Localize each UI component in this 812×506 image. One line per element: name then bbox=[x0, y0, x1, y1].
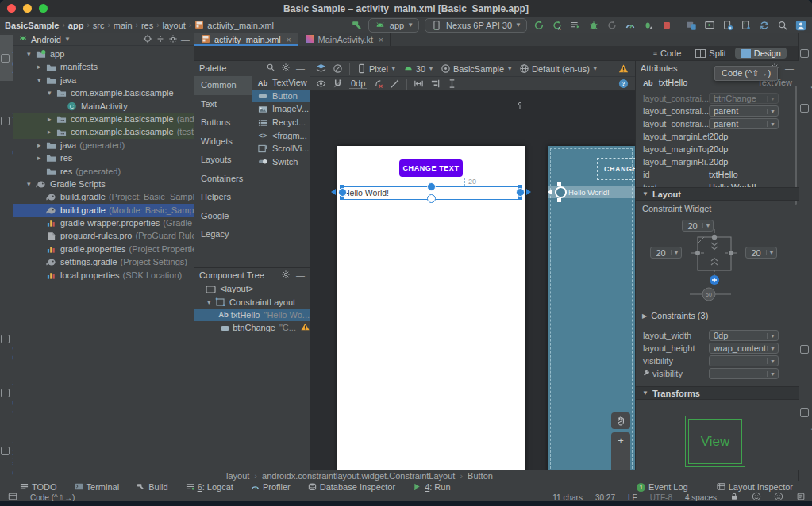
gear-icon[interactable] bbox=[281, 63, 291, 74]
status-item-11-chars[interactable]: 11 chars bbox=[552, 493, 583, 502]
palette-item-imagev[interactable]: ImageV... bbox=[252, 102, 310, 116]
profile-app-button[interactable] bbox=[606, 19, 618, 32]
attach-debugger-button[interactable] bbox=[642, 19, 655, 32]
project-tree-item-gradle-properties-project-properties[interactable]: gradle.properties(Project Properties) bbox=[13, 243, 194, 255]
status-panel-icon[interactable] bbox=[8, 492, 17, 501]
tool-window-button-6-logcat[interactable]: 6: Logcat bbox=[186, 482, 233, 493]
zoom-in-button[interactable]: + bbox=[618, 435, 624, 446]
avd-manager-button[interactable] bbox=[722, 19, 734, 32]
project-view-selector[interactable]: Android bbox=[31, 35, 61, 44]
collapse-arrow-icon[interactable]: ▾ bbox=[48, 86, 56, 99]
editor-breadcrumb-item-button[interactable]: Button bbox=[468, 471, 493, 481]
profiler-button[interactable] bbox=[624, 19, 637, 32]
warning-icon[interactable] bbox=[618, 63, 629, 74]
status-item-4-spaces[interactable]: 4 spaces bbox=[685, 493, 717, 502]
align-icon[interactable] bbox=[430, 79, 441, 89]
gradle-sync-button[interactable] bbox=[758, 19, 771, 32]
project-tree-item-proguard-rules-pro-proguard-rules-for-basic[interactable]: proguard-rules.pro(ProGuard Rules for Ba… bbox=[13, 229, 194, 242]
project-tree-item-com-example-basicsample-test[interactable]: ▸com.example.basicsample(test) bbox=[13, 125, 194, 138]
locale-dropdown[interactable]: Default (en-us)▼ bbox=[519, 63, 598, 74]
run-config-selector[interactable]: app ▼ bbox=[368, 18, 419, 33]
guideline-icon[interactable] bbox=[447, 79, 457, 89]
constraints-group[interactable]: ▶Constraints (3) bbox=[636, 311, 799, 320]
status-item-utf-8[interactable]: UTF-8 bbox=[650, 493, 672, 502]
change-text-button-preview[interactable]: CHANGE TEXT bbox=[399, 159, 463, 177]
lock-icon[interactable] bbox=[729, 492, 739, 501]
tool-window-button-build[interactable]: Build bbox=[137, 482, 167, 493]
project-tree-item-gradle-scripts[interactable]: ▾Gradle Scripts bbox=[13, 178, 194, 190]
expand-arrow-icon[interactable]: ▸ bbox=[37, 139, 46, 151]
constraint-anchor-left[interactable] bbox=[338, 188, 347, 197]
api-dropdown[interactable]: 30▼ bbox=[403, 63, 434, 74]
theme-dropdown[interactable]: BasicSample▼ bbox=[441, 63, 513, 74]
device-dropdown[interactable]: Pixel▼ bbox=[356, 63, 397, 74]
tab-activity-main-xml[interactable]: activity_main.xml × bbox=[194, 33, 298, 46]
device-selector[interactable]: Nexus 6P API 30 ▼ bbox=[425, 18, 527, 33]
pack-icon[interactable] bbox=[414, 79, 424, 89]
project-tree-item-mainactivity[interactable]: CMainActivity bbox=[13, 100, 194, 113]
hide-panel-button[interactable]: — bbox=[785, 63, 794, 73]
palette-item-textview[interactable]: AbTextView bbox=[252, 76, 310, 90]
palette-category-text[interactable]: Text bbox=[194, 95, 252, 114]
run-button[interactable] bbox=[533, 19, 545, 32]
collapse-arrow-icon[interactable]: ▾ bbox=[207, 298, 215, 306]
orientation-icon[interactable] bbox=[333, 63, 343, 74]
profile-avatar[interactable] bbox=[795, 19, 807, 32]
build-hammer-icon[interactable] bbox=[350, 19, 363, 32]
breadcrumb-item-basicsample[interactable]: BasicSample bbox=[5, 21, 59, 30]
highlighting-level-icon[interactable] bbox=[752, 492, 761, 501]
breadcrumb-item-src[interactable]: src bbox=[93, 21, 105, 30]
margin-left-dropdown[interactable]: 20▼ bbox=[650, 247, 682, 259]
hide-panel-button[interactable]: — bbox=[181, 35, 190, 44]
attribute-value[interactable]: 20dp bbox=[709, 132, 728, 141]
project-tree-item-com-example-basicsample[interactable]: ▾com.example.basicsample bbox=[13, 86, 194, 99]
status-item-30-27[interactable]: 30:27 bbox=[595, 493, 615, 502]
close-tab-icon[interactable]: × bbox=[379, 36, 383, 44]
palette-item-switch[interactable]: Switch bbox=[252, 155, 310, 169]
locate-file-button[interactable] bbox=[143, 34, 152, 45]
constraint-anchor-right[interactable] bbox=[516, 188, 525, 197]
tool-window-button-4-run[interactable]: 4: Run bbox=[413, 482, 450, 493]
chevron-down-icon[interactable]: ▼ bbox=[64, 36, 71, 43]
editor-breadcrumb-item-layout[interactable]: layout bbox=[226, 471, 249, 481]
tool-stripe-device-file-explorer[interactable]: Device File Explorer bbox=[799, 371, 812, 454]
project-tree-item-res[interactable]: ▸res bbox=[13, 151, 194, 164]
textview-preview[interactable]: Hello World! bbox=[344, 188, 389, 197]
expand-arrow-icon[interactable]: ▸ bbox=[48, 113, 56, 125]
expand-arrow-icon[interactable]: ▸ bbox=[37, 151, 46, 164]
component-tree-item-constraintlayout[interactable]: ▾ConstraintLayout bbox=[194, 295, 310, 308]
palette-item-scrollvi[interactable]: ScrollVi... bbox=[252, 142, 310, 155]
mode-code-button[interactable]: ≡Code bbox=[648, 48, 687, 59]
palette-category-helpers[interactable]: Helpers bbox=[194, 188, 252, 207]
breadcrumb-item-app[interactable]: app bbox=[68, 21, 84, 30]
palette-category-buttons[interactable]: Buttons bbox=[194, 113, 252, 132]
expand-arrow-icon[interactable]: ▸ bbox=[48, 125, 56, 138]
project-tree-item-res-generated[interactable]: res(generated) bbox=[13, 165, 194, 178]
collapse-arrow-icon[interactable]: ▾ bbox=[27, 48, 36, 60]
attribute-value[interactable]: 20dp bbox=[709, 144, 728, 154]
palette-item-fragm[interactable]: <><fragm... bbox=[252, 128, 310, 142]
project-tree-item-app[interactable]: ▾app bbox=[13, 48, 194, 60]
view-options-eye-icon[interactable] bbox=[316, 79, 326, 89]
device-manager-button[interactable] bbox=[685, 19, 698, 32]
apply-code-changes-button[interactable] bbox=[569, 19, 582, 32]
palette-item-button[interactable]: Button bbox=[252, 90, 310, 103]
autoconnect-magnet-icon[interactable] bbox=[333, 79, 343, 89]
sdk-manager-button[interactable] bbox=[740, 19, 752, 32]
tool-window-button-todo[interactable]: TODO bbox=[20, 482, 57, 493]
close-tab-icon[interactable]: × bbox=[287, 36, 291, 44]
tool-stripe-emulator[interactable]: Emulator bbox=[799, 327, 812, 371]
palette-category-containers[interactable]: Containers bbox=[194, 170, 252, 189]
palette-category-layouts[interactable]: Layouts bbox=[194, 151, 252, 170]
component-tree-item-layout[interactable]: <layout> bbox=[194, 282, 310, 295]
blueprint-textview-preview[interactable]: Hello World! bbox=[568, 188, 610, 197]
running-devices-button[interactable] bbox=[703, 19, 716, 32]
attribute-value-dropdown[interactable]: ▼ bbox=[709, 368, 779, 379]
design-surface[interactable]: CHANGE TEXT 20 Hello World! bbox=[310, 91, 635, 470]
tool-stripe-layout-validation[interactable]: Layout Validation bbox=[799, 71, 812, 144]
project-tree-item-local-properties-sdk-location[interactable]: local.properties(SDK Location) bbox=[13, 269, 194, 282]
clear-constraints-icon[interactable] bbox=[373, 79, 383, 89]
apply-changes-button[interactable]: A bbox=[551, 19, 564, 32]
attribute-value-dropdown[interactable]: parent▼ bbox=[709, 118, 779, 129]
breadcrumb-item-activity-main-xml[interactable]: activity_main.xml bbox=[207, 21, 274, 30]
